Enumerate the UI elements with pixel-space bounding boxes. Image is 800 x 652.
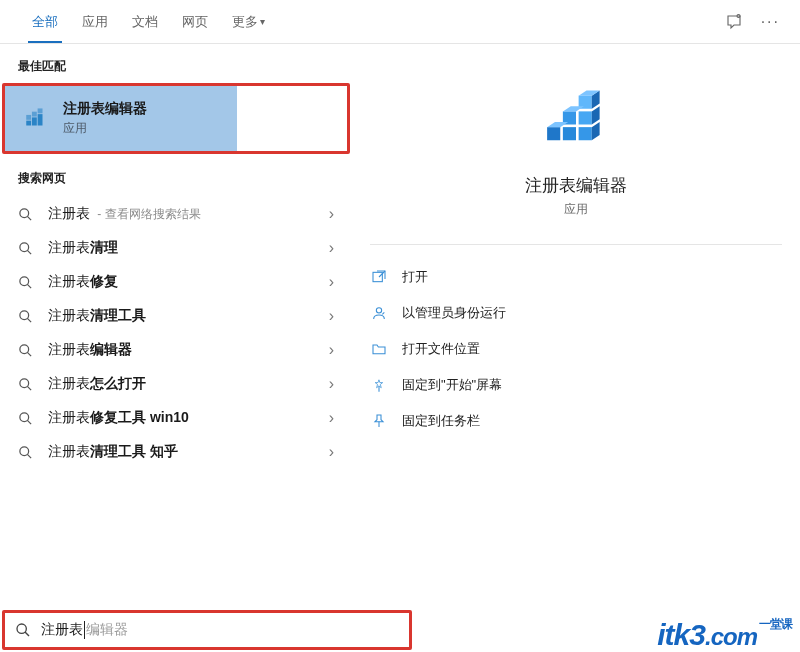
- chevron-right-icon: ›: [329, 341, 334, 359]
- web-search-item[interactable]: 注册表修复 ›: [0, 265, 352, 299]
- search-item-text: 注册表修复: [48, 273, 317, 291]
- svg-rect-5: [32, 111, 37, 116]
- web-search-item[interactable]: 注册表 - 查看网络搜索结果 ›: [0, 197, 352, 231]
- feedback-icon[interactable]: [725, 13, 743, 31]
- best-match-subtitle: 应用: [63, 120, 147, 137]
- web-search-list: 注册表 - 查看网络搜索结果 › 注册表清理 › 注册表修复 › 注册表清理工具…: [0, 193, 352, 469]
- svg-line-8: [27, 216, 31, 220]
- divider: [370, 244, 782, 245]
- open-icon: [370, 269, 388, 285]
- chevron-right-icon: ›: [329, 443, 334, 461]
- svg-marker-31: [592, 122, 600, 140]
- text-caret: [84, 621, 85, 639]
- web-search-item[interactable]: 注册表清理工具 ›: [0, 299, 352, 333]
- svg-point-36: [376, 308, 381, 313]
- svg-line-10: [27, 250, 31, 254]
- search-icon: [18, 309, 36, 324]
- svg-point-7: [20, 208, 29, 217]
- tab-apps[interactable]: 应用: [70, 0, 120, 43]
- svg-rect-3: [38, 114, 43, 125]
- svg-point-15: [20, 344, 29, 353]
- svg-rect-25: [579, 127, 592, 140]
- svg-line-14: [27, 318, 31, 322]
- web-search-label: 搜索网页: [0, 156, 352, 193]
- svg-point-11: [20, 276, 29, 285]
- best-match-highlight: 注册表编辑器 应用: [2, 83, 350, 154]
- detail-panel: 注册表编辑器 应用 打开以管理员身份运行打开文件位置固定到"开始"屏幕固定到任务…: [352, 44, 800, 608]
- search-item-text: 注册表清理: [48, 239, 317, 257]
- search-icon: [18, 275, 36, 290]
- detail-subtitle: 应用: [352, 201, 800, 218]
- svg-line-16: [27, 352, 31, 356]
- svg-line-40: [25, 632, 29, 636]
- watermark: itk3.com一堂课: [657, 618, 792, 652]
- svg-point-39: [17, 624, 26, 633]
- search-icon: [18, 377, 36, 392]
- detail-title: 注册表编辑器: [352, 174, 800, 197]
- search-item-text: 注册表修复工具 win10: [48, 409, 317, 427]
- best-match-title: 注册表编辑器: [63, 100, 147, 118]
- svg-rect-1: [26, 120, 31, 125]
- search-item-text: 注册表清理工具: [48, 307, 317, 325]
- tab-web[interactable]: 网页: [170, 0, 220, 43]
- registry-editor-large-icon: [534, 72, 618, 156]
- search-icon: [18, 445, 36, 460]
- svg-rect-6: [38, 108, 43, 113]
- search-completion-hint: 编辑器: [86, 621, 128, 639]
- best-match-item[interactable]: 注册表编辑器 应用: [5, 86, 237, 151]
- search-icon: [18, 241, 36, 256]
- search-icon: [15, 622, 31, 638]
- svg-line-22: [27, 454, 31, 458]
- svg-point-21: [20, 446, 29, 455]
- more-options-icon[interactable]: ···: [761, 13, 780, 31]
- search-item-text: 注册表怎么打开: [48, 375, 317, 393]
- search-item-text: 注册表清理工具 知乎: [48, 443, 317, 461]
- svg-line-20: [27, 420, 31, 424]
- action-label: 打开: [402, 268, 428, 286]
- action-pin-start[interactable]: 固定到"开始"屏幕: [370, 367, 782, 403]
- action-label: 固定到任务栏: [402, 412, 480, 430]
- svg-rect-27: [579, 111, 592, 124]
- chevron-right-icon: ›: [329, 205, 334, 223]
- action-open[interactable]: 打开: [370, 259, 782, 295]
- svg-point-17: [20, 378, 29, 387]
- svg-point-9: [20, 242, 29, 251]
- action-label: 固定到"开始"屏幕: [402, 376, 502, 394]
- search-typed-text: 注册表: [41, 621, 83, 639]
- search-item-text: 注册表编辑器: [48, 341, 317, 359]
- web-search-item[interactable]: 注册表编辑器 ›: [0, 333, 352, 367]
- tab-bar: 全部 应用 文档 网页 更多 ▾ ···: [0, 0, 800, 44]
- search-icon: [18, 343, 36, 358]
- action-admin[interactable]: 以管理员身份运行: [370, 295, 782, 331]
- pin-start-icon: [370, 377, 388, 393]
- actions-list: 打开以管理员身份运行打开文件位置固定到"开始"屏幕固定到任务栏: [352, 253, 800, 445]
- best-match-label: 最佳匹配: [0, 44, 352, 81]
- svg-line-12: [27, 284, 31, 288]
- chevron-right-icon: ›: [329, 307, 334, 325]
- svg-rect-2: [32, 117, 37, 125]
- results-panel: 最佳匹配 注册表编辑器 应用 搜索网页 注册表 - 查看网络搜索结果 › 注册表…: [0, 44, 352, 608]
- web-search-item[interactable]: 注册表清理 ›: [0, 231, 352, 265]
- svg-point-13: [20, 310, 29, 319]
- chevron-right-icon: ›: [329, 409, 334, 427]
- admin-icon: [370, 305, 388, 321]
- folder-icon: [370, 341, 388, 357]
- web-search-item[interactable]: 注册表修复工具 win10 ›: [0, 401, 352, 435]
- tab-more[interactable]: 更多 ▾: [220, 0, 277, 43]
- search-icon: [18, 207, 36, 222]
- search-input[interactable]: 注册表编辑器: [2, 610, 412, 650]
- action-label: 打开文件位置: [402, 340, 480, 358]
- chevron-right-icon: ›: [329, 239, 334, 257]
- action-label: 以管理员身份运行: [402, 304, 506, 322]
- action-folder[interactable]: 打开文件位置: [370, 331, 782, 367]
- tab-all[interactable]: 全部: [20, 0, 70, 43]
- web-search-item[interactable]: 注册表清理工具 知乎 ›: [0, 435, 352, 469]
- search-item-text: 注册表 - 查看网络搜索结果: [48, 205, 317, 223]
- tab-documents[interactable]: 文档: [120, 0, 170, 43]
- action-pin-task[interactable]: 固定到任务栏: [370, 403, 782, 439]
- web-search-item[interactable]: 注册表怎么打开 ›: [0, 367, 352, 401]
- pin-task-icon: [370, 413, 388, 429]
- search-icon: [18, 411, 36, 426]
- chevron-right-icon: ›: [329, 273, 334, 291]
- svg-rect-35: [373, 272, 382, 281]
